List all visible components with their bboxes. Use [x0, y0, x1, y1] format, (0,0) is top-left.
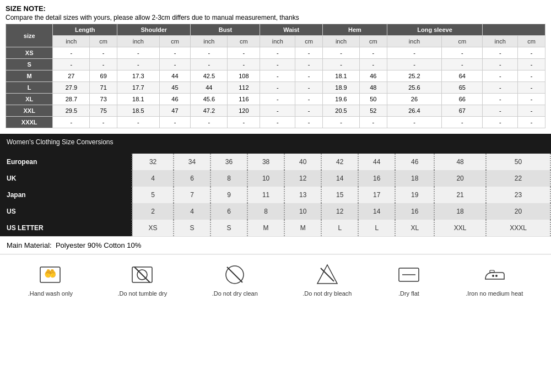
table-cell: 28.7 — [53, 94, 90, 105]
table-cell: - — [117, 47, 159, 59]
table-cell: 66 — [442, 94, 483, 105]
conv-cell: 4 — [132, 170, 174, 187]
care-iron-medium-label: .Iron no medium heat — [466, 290, 523, 297]
dry-flat-icon — [397, 263, 421, 287]
table-row: XXL29.57518.54747.2120--20.55226.467-- — [6, 105, 545, 117]
size-table-wrap: size Length Shoulder Bust Waist Hem Long… — [0, 24, 551, 128]
conv-cell: XS — [132, 220, 174, 236]
conv-cell: 14 — [321, 170, 358, 187]
svg-line-6 — [227, 267, 242, 282]
conversion-heading: Women's Clothing Size Conversions — [7, 138, 544, 146]
table-cell: - — [323, 47, 360, 59]
conv-cell: L — [321, 220, 358, 236]
size-table: size Length Shoulder Bust Waist Hem Long… — [6, 24, 545, 128]
conv-row-label: US LETTER — [0, 220, 132, 236]
size-note: SIZE NOTE: Compare the detail sizes with… — [0, 0, 551, 24]
conv-cell: S — [210, 220, 247, 236]
col-extra — [483, 24, 545, 36]
col-hem: Hem — [323, 24, 387, 36]
table-cell: - — [191, 47, 228, 59]
size-note-heading: SIZE NOTE: — [6, 4, 545, 13]
table-cell: - — [483, 47, 518, 59]
table-cell: 47 — [159, 105, 191, 117]
table-cell: - — [359, 47, 387, 59]
conv-cell: 20 — [486, 203, 550, 220]
care-no-tumble-label: .Do not tumble dry — [117, 290, 167, 297]
table-cell: 47.2 — [191, 105, 228, 117]
care-no-bleach-label: .Do not dry bleach — [302, 290, 352, 297]
table-cell: - — [323, 117, 360, 128]
conv-cell: 46 — [395, 154, 434, 170]
conv-cell: M — [247, 220, 284, 236]
size-row-label: XL — [6, 94, 53, 105]
table-cell: 116 — [228, 94, 260, 105]
table-cell: - — [518, 82, 545, 94]
conv-cell: 18 — [434, 203, 486, 220]
table-cell: 27 — [53, 70, 90, 82]
table-cell: - — [159, 47, 191, 59]
conv-cell: 18 — [395, 170, 434, 187]
svg-line-4 — [134, 267, 150, 282]
table-cell: - — [159, 117, 191, 128]
table-cell: - — [518, 117, 545, 128]
table-cell: 26.4 — [387, 105, 441, 117]
conv-cell: L — [358, 220, 395, 236]
material-label: Main Material: — [7, 241, 52, 249]
table-cell: - — [518, 59, 545, 70]
svg-line-8 — [321, 268, 334, 281]
table-cell: - — [387, 117, 441, 128]
conv-cell: 11 — [247, 187, 284, 203]
table-row: XL28.77318.14645.6116--19.6502666-- — [6, 94, 545, 105]
conv-cell: 23 — [486, 187, 550, 203]
table-cell: 108 — [228, 70, 260, 82]
table-cell: - — [191, 59, 228, 70]
conv-row-label: UK — [0, 170, 132, 187]
care-no-bleach: .Do not dry bleach — [302, 263, 352, 297]
table-cell: 27.9 — [53, 82, 90, 94]
conv-cell: 8 — [247, 203, 284, 220]
table-cell: - — [228, 117, 260, 128]
table-cell: - — [260, 82, 295, 94]
table-cell: - — [260, 70, 295, 82]
conv-cell: 21 — [434, 187, 486, 203]
table-cell: 25.2 — [387, 70, 441, 82]
conv-cell: 7 — [174, 187, 210, 203]
conv-cell: 42 — [321, 154, 358, 170]
conversion-table-wrap: European32343638404244464850UK4681012141… — [0, 154, 551, 236]
conv-cell: 34 — [174, 154, 210, 170]
conv-cell: 44 — [358, 154, 395, 170]
table-cell: 25.6 — [387, 82, 441, 94]
conversion-section: Women's Clothing Size Conversions — [0, 134, 551, 154]
conv-cell: 17 — [358, 187, 395, 203]
table-cell: - — [387, 59, 441, 70]
table-cell: - — [295, 94, 323, 105]
table-cell: - — [260, 105, 295, 117]
conv-cell: 2 — [132, 203, 174, 220]
table-cell: 48 — [359, 82, 387, 94]
table-cell: - — [483, 59, 518, 70]
care-hand-wash-label: .Hand wash only — [28, 290, 73, 297]
conv-cell: 15 — [321, 187, 358, 203]
hand-wash-icon: 🤲 — [38, 263, 62, 287]
conv-row: US2468101214161820 — [0, 203, 550, 220]
care-dry-flat: .Dry flat — [397, 263, 421, 297]
conv-cell: 12 — [321, 203, 358, 220]
table-cell: 69 — [90, 70, 117, 82]
conv-row: US LETTERXSSSMMLLXLXXLXXXL — [0, 220, 550, 236]
table-cell: 42.5 — [191, 70, 228, 82]
table-cell: - — [483, 82, 518, 94]
conv-cell: 13 — [284, 187, 321, 203]
table-cell: - — [295, 59, 323, 70]
conv-cell: 40 — [284, 154, 321, 170]
table-cell: 18.1 — [323, 70, 360, 82]
care-no-dry-clean-label: .Do not dry clean — [212, 290, 258, 297]
care-hand-wash: 🤲 .Hand wash only — [28, 263, 73, 297]
table-cell: 112 — [228, 82, 260, 94]
conv-cell: 19 — [395, 187, 434, 203]
care-dry-flat-label: .Dry flat — [398, 290, 419, 297]
table-cell: 65 — [442, 82, 483, 94]
table-cell: - — [295, 117, 323, 128]
table-cell: 73 — [90, 94, 117, 105]
conv-row: European32343638404244464850 — [0, 154, 550, 170]
table-cell: 50 — [359, 94, 387, 105]
